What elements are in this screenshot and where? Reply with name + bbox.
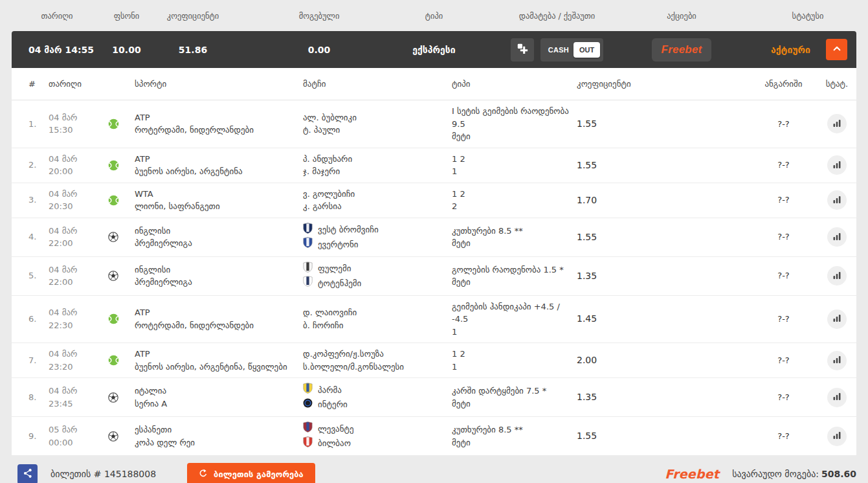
row-bet-type: 1 22: [452, 188, 577, 213]
row-date: 04 მარ15:30: [44, 111, 104, 137]
bet-coefficient: 51.86: [151, 45, 235, 55]
freebet-logo: Freebet: [662, 43, 702, 56]
th-stat: სტატ.: [818, 79, 856, 89]
freebet-chip[interactable]: Freebet: [652, 38, 712, 62]
stats-button[interactable]: [827, 427, 847, 446]
th-coefficient: კოეფიციენტი: [577, 79, 750, 89]
wba-logo: [303, 223, 313, 238]
table-row: 4.04 მარ22:00ინგლისიპრემიერლიგავესტ ბრომ…: [12, 218, 856, 257]
football-icon: [104, 271, 123, 281]
football-icon: [104, 431, 123, 442]
col-label-coefficient: კოეფიციენტი: [151, 11, 235, 21]
table-row: 7.04 მარ23:20ATPბუენოს აირესი, არგენტინა…: [12, 343, 856, 378]
payout-value: 508.60: [821, 469, 856, 479]
col-label-cashout: დამატება / ქეშაუთი: [465, 11, 649, 21]
row-bet-type: 1 21: [452, 153, 577, 178]
row-stat-cell: [818, 309, 856, 329]
row-stat-cell: [818, 227, 856, 247]
table-header: # თარიღი სპორტი მატჩი ტიპი კოეფიციენტი ა…: [12, 68, 856, 100]
row-number: 4.: [12, 230, 44, 243]
row-date: 04 მარ20:30: [44, 188, 104, 213]
cashout-button[interactable]: CASH OUT: [540, 38, 604, 62]
table-row: 6.04 მარ22:30ATPროტერდამი, ნიდერლანდებიდ…: [12, 296, 856, 344]
stats-button[interactable]: [827, 388, 847, 407]
row-score: ?-?: [750, 313, 818, 326]
ticket-footer: ბილეთის # 145188008 ბილეთის გამეორება Fr…: [0, 456, 868, 483]
bar-chart-icon: [832, 195, 841, 206]
row-match: ვ. გოლუბიჩიკ. გარსია: [303, 188, 452, 213]
row-coefficient: 1.35: [577, 390, 750, 404]
chevron-up-icon: [832, 44, 841, 55]
row-date: 04 მარ23:45: [44, 385, 104, 410]
freebet-logo-footer: Freebet: [665, 467, 719, 481]
col-label-type: ტიპი: [403, 11, 465, 21]
row-coefficient: 1.55: [577, 230, 750, 244]
row-bet-type: კუთხურები 8.5 **მეტი: [452, 423, 577, 449]
bar-chart-icon: [832, 271, 841, 282]
row-coefficient: 1.55: [577, 117, 750, 131]
row-coefficient: 1.35: [577, 269, 750, 283]
tennis-icon: [104, 160, 123, 171]
th-score: ანგარიში: [750, 79, 818, 89]
col-label-date: თარიღი: [12, 11, 102, 21]
row-date: 04 მარ20:00: [44, 153, 104, 178]
tennis-icon: [104, 313, 123, 324]
row-stat-cell: [818, 114, 856, 133]
add-icon: [517, 43, 528, 56]
stats-button[interactable]: [827, 266, 847, 286]
th-number: #: [12, 79, 44, 89]
football-icon: [104, 232, 123, 242]
repeat-button-label: ბილეთის გამეორება: [214, 469, 304, 479]
row-match: ფულემიტოტენჰემი: [303, 262, 452, 291]
row-number: 6.: [12, 313, 44, 326]
row-stat-cell: [818, 427, 856, 446]
tottenham-logo: [303, 276, 313, 291]
bar-chart-icon: [832, 118, 841, 129]
row-coefficient: 1.45: [577, 312, 750, 326]
row-stat-cell: [818, 155, 856, 175]
share-button[interactable]: [17, 464, 38, 483]
table-row: 9.05 მარ00:00ესპანეთიკოპა დელ რეილევანტე…: [12, 417, 856, 456]
bar-chart-icon: [832, 232, 841, 243]
collapse-button[interactable]: [826, 39, 847, 60]
table-row: 1.04 მარ15:30ATPროტერდამი, ნიდერლანდებია…: [12, 100, 856, 148]
row-league: ATPროტერდამი, ნიდერლანდები: [123, 111, 303, 137]
stats-button[interactable]: [827, 155, 847, 175]
th-date: თარიღი: [44, 79, 104, 89]
row-match: დ.კოპფერი/ჟ.სოუზას.ბოლელი/მ.გონსალესი: [303, 348, 452, 373]
row-number: 5.: [12, 269, 44, 282]
bet-type: ექსპრესი: [403, 45, 465, 55]
ticket-number: ბილეთის # 145188008: [50, 469, 156, 479]
bet-date: 04 მარ 14:55: [12, 45, 102, 55]
cashout-cash-label: CASH: [548, 46, 569, 54]
table-row: 5.04 მარ22:00ინგლისიპრემიერლიგაფულემიტოტ…: [12, 257, 856, 296]
table-row: 2.04 მარ20:00ATPბუენოს აირესი, არგენტინა…: [12, 148, 856, 183]
bar-chart-icon: [832, 355, 841, 366]
stats-button[interactable]: [827, 190, 847, 210]
col-label-won: მოგებული: [235, 11, 403, 21]
row-match: ალ. ბუბლიკიტ. პაული: [303, 111, 452, 137]
stats-button[interactable]: [827, 309, 847, 329]
stats-button[interactable]: [827, 227, 847, 247]
table-row: 8.04 მარ23:45იტალიასერია Aპარმაინტერიკარ…: [12, 378, 856, 417]
row-coefficient: 1.55: [577, 159, 750, 172]
row-coefficient: 1.70: [577, 194, 750, 207]
cashout-out-label: OUT: [573, 42, 600, 58]
parma-logo: [303, 383, 313, 398]
row-score: ?-?: [750, 430, 818, 443]
row-match: დ. ლაიოვიჩიბ. ჩორიჩი: [303, 306, 452, 331]
row-number: 8.: [12, 391, 44, 404]
stats-button[interactable]: [827, 114, 847, 133]
th-sport: სპორტი: [123, 79, 303, 89]
row-date: 04 მარ22:00: [44, 225, 104, 250]
add-bet-button[interactable]: [511, 38, 534, 62]
row-match: ლევანტებილბაო: [303, 421, 452, 451]
stats-button[interactable]: [827, 351, 847, 370]
row-score: ?-?: [750, 194, 818, 207]
row-date: 04 მარ23:20: [44, 348, 104, 373]
col-label-promos: აქციები: [649, 11, 714, 21]
row-score: ?-?: [750, 354, 818, 367]
everton-logo: [303, 237, 313, 252]
repeat-ticket-button[interactable]: ბილეთის გამეორება: [187, 463, 315, 483]
table-body: 1.04 მარ15:30ATPროტერდამი, ნიდერლანდებია…: [12, 100, 856, 456]
